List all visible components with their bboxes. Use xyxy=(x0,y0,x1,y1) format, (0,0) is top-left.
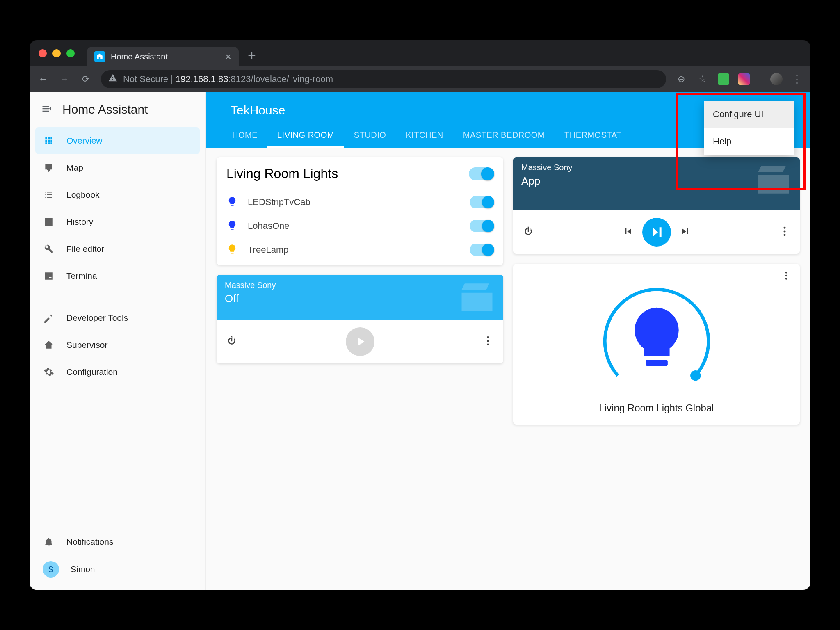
app-title: Home Assistant xyxy=(62,103,148,116)
media-state: App xyxy=(521,175,792,187)
sidebar-item-notifications[interactable]: Notifications xyxy=(35,529,200,555)
media-header[interactable]: Massive Sony Off xyxy=(217,275,503,320)
zoom-icon[interactable]: ⊖ xyxy=(675,74,687,84)
svg-point-5 xyxy=(784,234,786,236)
more-menu-button[interactable] xyxy=(781,270,792,283)
sidebar-item-label: Configuration xyxy=(66,367,118,377)
extension-icon[interactable] xyxy=(738,73,750,85)
main: TekHouse HOME LIVING ROOM STUDIO KITCHEN… xyxy=(206,92,810,590)
profile-avatar[interactable] xyxy=(770,73,783,85)
sidebar: Home Assistant Overview Map Logbook xyxy=(30,92,206,590)
sidebar-item-label: Map xyxy=(66,163,83,173)
sidebar-item-history[interactable]: History xyxy=(35,208,200,235)
sidebar-item-user[interactable]: S Simon xyxy=(35,555,200,584)
overflow-menu: Configure UI Help xyxy=(704,101,794,155)
sidebar-item-label: Supervisor xyxy=(66,340,107,350)
extension-icon[interactable] xyxy=(718,73,729,85)
sidebar-item-file-editor[interactable]: File editor xyxy=(35,235,200,262)
svg-point-8 xyxy=(785,278,787,279)
sidebar-item-supervisor[interactable]: Supervisor xyxy=(35,331,200,358)
home-assistant-icon xyxy=(43,339,55,351)
list-icon xyxy=(43,189,55,201)
forward-button[interactable]: → xyxy=(58,74,71,84)
light-name: LEDStripTvCab xyxy=(248,197,461,208)
sidebar-item-logbook[interactable]: Logbook xyxy=(35,181,200,208)
user-avatar: S xyxy=(43,561,59,578)
lightbulb-icon xyxy=(226,244,239,256)
svg-point-7 xyxy=(785,275,787,276)
sidebar-nav: Overview Map Logbook History xyxy=(30,125,205,388)
wrench-icon xyxy=(43,243,55,255)
bookmark-star-icon[interactable]: ☆ xyxy=(696,74,709,84)
sidebar-item-overview[interactable]: Overview xyxy=(35,127,200,154)
light-toggle[interactable] xyxy=(470,244,493,256)
lights-card-title: Living Room Lights xyxy=(226,166,338,181)
media-name: Massive Sony xyxy=(225,281,495,290)
menu-item-help[interactable]: Help xyxy=(704,128,794,155)
light-name: TreeLamp xyxy=(248,244,461,255)
sidebar-item-label: File editor xyxy=(66,244,104,254)
tab-thermostat[interactable]: THERMOSTAT xyxy=(555,125,632,148)
skip-next-button[interactable] xyxy=(679,226,691,239)
media-state: Off xyxy=(225,292,495,305)
skip-previous-button[interactable] xyxy=(623,226,634,239)
svg-point-4 xyxy=(784,231,786,233)
more-menu-button[interactable] xyxy=(482,335,494,349)
chart-bar-icon xyxy=(43,216,55,228)
sidebar-item-configuration[interactable]: Configuration xyxy=(35,358,200,386)
svg-point-2 xyxy=(487,343,489,345)
media-name: Massive Sony xyxy=(521,163,792,172)
sidebar-item-map[interactable]: Map xyxy=(35,154,200,181)
light-row[interactable]: TreeLamp xyxy=(217,238,503,265)
svg-point-0 xyxy=(487,336,489,338)
browser-tab[interactable]: Home Assistant × xyxy=(87,47,239,66)
minimize-window-button[interactable] xyxy=(52,49,61,57)
sidebar-item-label: Notifications xyxy=(66,537,113,547)
power-button[interactable] xyxy=(522,225,534,239)
tab-master-bedroom[interactable]: MASTER BEDROOM xyxy=(453,125,555,148)
sidebar-collapse-button[interactable] xyxy=(41,103,52,116)
tab-home[interactable]: HOME xyxy=(222,125,267,148)
sidebar-item-terminal[interactable]: Terminal xyxy=(35,262,200,290)
reload-button[interactable]: ⟳ xyxy=(80,74,92,84)
new-tab-button[interactable]: + xyxy=(248,47,256,63)
back-button[interactable]: ← xyxy=(37,74,49,84)
light-toggle[interactable] xyxy=(470,196,493,208)
svg-point-3 xyxy=(784,227,786,229)
bell-icon xyxy=(43,536,55,548)
menu-item-configure-ui[interactable]: Configure UI xyxy=(704,101,794,128)
media-header[interactable]: Massive Sony App xyxy=(513,157,800,210)
brightness-dial[interactable]: Living Room Lights Global xyxy=(522,272,791,414)
sidebar-item-developer-tools[interactable]: Developer Tools xyxy=(35,304,200,331)
grid-icon xyxy=(43,135,55,147)
power-button[interactable] xyxy=(226,335,238,349)
tab-kitchen[interactable]: KITCHEN xyxy=(396,125,453,148)
light-row[interactable]: LEDStripTvCab xyxy=(217,190,503,214)
tab-favicon xyxy=(94,51,105,62)
more-menu-button[interactable] xyxy=(778,225,791,239)
maximize-window-button[interactable] xyxy=(66,49,75,57)
svg-rect-10 xyxy=(646,360,668,366)
light-row[interactable]: LohasOne xyxy=(217,214,503,238)
light-toggle[interactable] xyxy=(470,220,493,232)
play-pause-button[interactable] xyxy=(642,218,671,247)
close-window-button[interactable] xyxy=(39,49,47,57)
play-button[interactable] xyxy=(346,327,374,356)
tab-living-room[interactable]: LIVING ROOM xyxy=(267,125,344,148)
browser-toolbar: ← → ⟳ Not Secure | 192.168.1.83:8123/lov… xyxy=(30,66,810,92)
sidebar-item-label: Overview xyxy=(66,136,103,146)
light-global-title: Living Room Lights Global xyxy=(599,402,714,414)
not-secure-icon xyxy=(108,73,117,85)
sidebar-item-label: History xyxy=(66,217,93,227)
browser-menu-button[interactable]: ⋮ xyxy=(792,73,803,86)
lights-master-toggle[interactable] xyxy=(469,167,493,180)
svg-point-6 xyxy=(785,272,787,273)
media-card-off: Massive Sony Off xyxy=(217,275,503,363)
media-card-playing: Massive Sony App xyxy=(513,157,800,254)
user-name: Simon xyxy=(71,564,95,574)
map-marker-icon xyxy=(43,162,55,174)
tab-studio[interactable]: STUDIO xyxy=(344,125,396,148)
address-bar[interactable]: Not Secure | 192.168.1.83:8123/lovelace/… xyxy=(101,70,666,88)
sidebar-item-label: Developer Tools xyxy=(66,313,128,323)
media-art-icon xyxy=(753,161,794,200)
